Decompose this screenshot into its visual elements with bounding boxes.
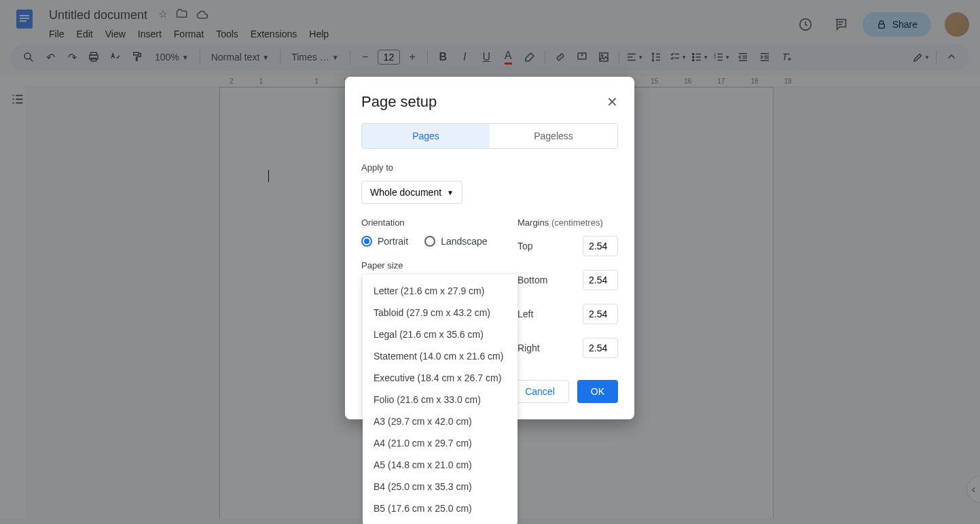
- paper-size-option-folio[interactable]: Folio (21.6 cm x 33.0 cm): [363, 389, 518, 411]
- ok-button[interactable]: OK: [577, 380, 618, 403]
- paper-size-option-legal[interactable]: Legal (21.6 cm x 35.6 cm): [363, 324, 518, 345]
- margins-label: Margins (centimetres): [518, 217, 618, 228]
- paper-size-dropdown: Letter (21.6 cm x 27.9 cm) Tabloid (27.9…: [363, 275, 518, 524]
- paper-size-option-b5[interactable]: B5 (17.6 cm x 25.0 cm): [363, 497, 518, 519]
- dialog-title: Page setup: [361, 93, 437, 111]
- margin-bottom-input[interactable]: [583, 270, 618, 290]
- paper-size-option-letter[interactable]: Letter (21.6 cm x 27.9 cm): [363, 280, 518, 302]
- margin-right-label: Right: [518, 343, 540, 353]
- paper-size-option-executive[interactable]: Executive (18.4 cm x 26.7 cm): [363, 367, 518, 389]
- orientation-label: Orientation: [361, 217, 490, 228]
- close-icon[interactable]: ✕: [606, 94, 618, 110]
- paper-size-option-tabloid[interactable]: Tabloid (27.9 cm x 43.2 cm): [363, 302, 518, 324]
- paper-size-option-a5[interactable]: A5 (14.8 cm x 21.0 cm): [363, 454, 518, 476]
- cancel-button[interactable]: Cancel: [511, 380, 569, 403]
- margin-top-input[interactable]: [583, 236, 618, 256]
- margin-right-input[interactable]: [583, 338, 618, 358]
- chevron-down-icon: ▼: [447, 189, 454, 196]
- margin-left-input[interactable]: [583, 304, 618, 324]
- dialog-tabs: Pages Pageless: [361, 123, 618, 149]
- tab-pageless[interactable]: Pageless: [490, 124, 617, 148]
- radio-portrait[interactable]: Portrait: [361, 236, 408, 247]
- paper-size-option-a4[interactable]: A4 (21.0 cm x 29.7 cm): [363, 432, 518, 454]
- radio-icon: [424, 236, 435, 247]
- apply-to-select[interactable]: Whole document ▼: [361, 181, 462, 204]
- paper-size-option-b4[interactable]: B4 (25.0 cm x 35.3 cm): [363, 476, 518, 497]
- apply-to-label: Apply to: [361, 162, 618, 173]
- radio-icon: [361, 236, 372, 247]
- radio-landscape[interactable]: Landscape: [424, 236, 488, 247]
- margin-top-label: Top: [518, 241, 533, 251]
- paper-size-option-a3[interactable]: A3 (29.7 cm x 42.0 cm): [363, 411, 518, 432]
- tab-pages[interactable]: Pages: [362, 124, 490, 148]
- paper-size-option-statement[interactable]: Statement (14.0 cm x 21.6 cm): [363, 345, 518, 367]
- margin-bottom-label: Bottom: [518, 275, 547, 285]
- margin-left-label: Left: [518, 309, 533, 319]
- paper-size-label: Paper size: [361, 260, 490, 270]
